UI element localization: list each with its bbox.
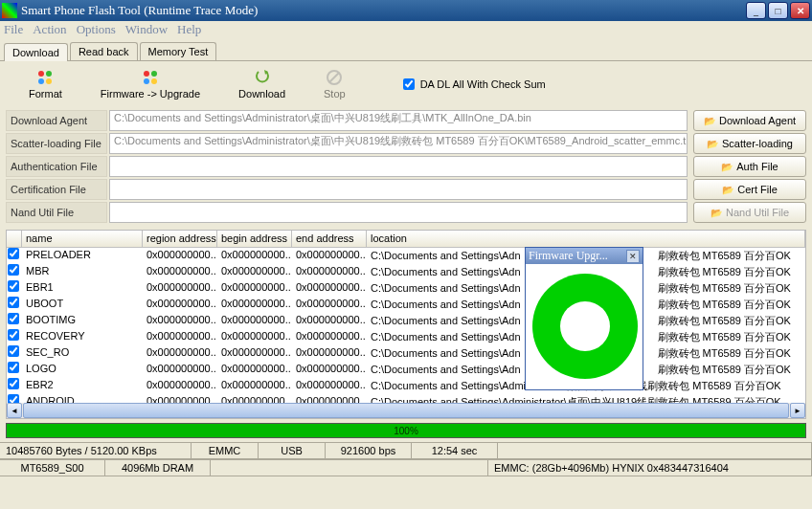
auth-button[interactable]: 📂Auth File	[693, 156, 806, 177]
da-button[interactable]: 📂Download Agent	[693, 110, 806, 131]
upgrade-icon	[142, 69, 159, 86]
cert-input[interactable]	[109, 179, 688, 200]
table-row[interactable]: LOGO0x000000000...0x000000000...0x000000…	[7, 362, 805, 378]
col-end[interactable]: end address	[292, 231, 367, 247]
progress-fill: 100%	[7, 424, 805, 437]
row-name: BOOTIMG	[22, 313, 143, 329]
svg-point-7	[151, 78, 157, 84]
minimize-button[interactable]: _	[746, 2, 766, 19]
row-checkbox[interactable]	[7, 345, 22, 362]
row-end: 0x000000000...	[292, 345, 367, 362]
file-area: Download Agent C:\Documents and Settings…	[0, 107, 812, 226]
file-row-auth: Authentication File 📂Auth File	[6, 155, 806, 178]
nand-label: Nand Util File	[6, 202, 107, 223]
maximize-button[interactable]: □	[768, 2, 788, 19]
file-row-scatter: Scatter-loading File C:\Documents and Se…	[6, 132, 806, 155]
app-icon	[2, 3, 17, 18]
row-begin: 0x000000000...	[217, 264, 292, 280]
popup-close-button[interactable]: ✕	[626, 250, 640, 263]
format-button[interactable]: Format	[29, 69, 62, 100]
format-label: Format	[29, 88, 62, 100]
menu-file[interactable]: File	[4, 22, 23, 37]
row-checkbox[interactable]	[7, 248, 22, 264]
status-emmc: EMMC: (28Gb+4096Mb) HYNIX 0x483447316404	[488, 460, 812, 476]
col-check[interactable]	[7, 231, 22, 247]
toolbar: Format Firmware -> Upgrade Download Stop…	[0, 61, 812, 107]
tab-readback[interactable]: Read back	[70, 42, 138, 60]
table-row[interactable]: PRELOADER0x000000000...0x000000000...0x0…	[7, 248, 805, 264]
cert-button[interactable]: 📂Cert File	[693, 179, 806, 200]
file-row-cert: Certification File 📂Cert File	[6, 178, 806, 201]
cert-label: Certification File	[6, 179, 107, 200]
menu-window[interactable]: Window	[125, 22, 168, 37]
row-checkbox[interactable]	[7, 362, 22, 378]
da-input[interactable]: C:\Documents and Settings\Administrator\…	[109, 110, 688, 131]
popup-title-text: Firmware Upgr...	[529, 249, 608, 263]
table-row[interactable]: EBR10x000000000...0x000000000...0x000000…	[7, 280, 805, 297]
row-region: 0x000000000...	[143, 264, 217, 280]
menu-action[interactable]: Action	[33, 22, 66, 37]
row-checkbox[interactable]	[7, 313, 22, 329]
col-region[interactable]: region address	[143, 231, 217, 247]
menu-help[interactable]: Help	[177, 22, 201, 37]
row-end: 0x000000000...	[292, 264, 367, 280]
popup-body	[526, 264, 643, 388]
row-name: LOGO	[22, 362, 143, 378]
h-scrollbar[interactable]: ◄ ►	[7, 403, 805, 418]
nand-button[interactable]: 📂Nand Util File	[693, 202, 806, 223]
folder-icon: 📂	[722, 185, 733, 195]
row-region: 0x000000000...	[143, 280, 217, 297]
download-icon	[254, 69, 271, 86]
row-region: 0x000000000...	[143, 362, 217, 378]
row-end: 0x000000000...	[292, 378, 367, 394]
folder-icon: 📂	[704, 116, 715, 126]
col-location[interactable]: location	[367, 231, 805, 247]
scroll-right-icon[interactable]: ►	[790, 403, 805, 418]
status-storage: EMMC	[192, 443, 259, 458]
svg-point-5	[151, 71, 157, 77]
col-begin[interactable]: begin address	[217, 231, 292, 247]
checksum-input[interactable]	[403, 78, 415, 90]
col-name[interactable]: name	[22, 231, 143, 247]
checksum-label: DA DL All With Check Sum	[420, 78, 546, 90]
row-checkbox[interactable]	[7, 280, 22, 297]
stop-label: Stop	[324, 88, 346, 100]
row-checkbox[interactable]	[7, 378, 22, 394]
popup-titlebar[interactable]: Firmware Upgr... ✕	[526, 248, 643, 264]
scatter-button[interactable]: 📂Scatter-loading	[693, 133, 806, 154]
row-checkbox[interactable]	[7, 264, 22, 280]
stop-button[interactable]: Stop	[324, 69, 346, 100]
table-row[interactable]: RECOVERY0x000000000...0x000000000...0x00…	[7, 329, 805, 345]
upgrade-button[interactable]: Firmware -> Upgrade	[101, 69, 200, 100]
tab-memorytest[interactable]: Memory Test	[140, 42, 217, 60]
scroll-thumb[interactable]	[23, 403, 789, 418]
auth-input[interactable]	[109, 156, 688, 177]
progress-bar: 100%	[6, 423, 806, 438]
table-row[interactable]: MBR0x000000000...0x000000000...0x0000000…	[7, 264, 805, 280]
table-row[interactable]: EBR20x000000000...0x000000000...0x000000…	[7, 378, 805, 394]
tab-download[interactable]: Download	[4, 43, 68, 61]
row-name: EBR1	[22, 280, 143, 297]
checksum-checkbox[interactable]: DA DL All With Check Sum	[403, 78, 546, 90]
row-name: UBOOT	[22, 297, 143, 313]
status-ram: 4096Mb DRAM	[105, 460, 211, 476]
status-row-2: MT6589_S00 4096Mb DRAM EMMC: (28Gb+4096M…	[0, 459, 812, 476]
table-row[interactable]: BOOTIMG0x000000000...0x000000000...0x000…	[7, 313, 805, 329]
download-button[interactable]: Download	[238, 69, 285, 100]
table-row[interactable]: UBOOT0x000000000...0x000000000...0x00000…	[7, 297, 805, 313]
row-checkbox[interactable]	[7, 329, 22, 345]
menu-options[interactable]: Options	[77, 22, 116, 37]
close-button[interactable]: ✕	[790, 2, 810, 19]
row-checkbox[interactable]	[7, 297, 22, 313]
scatter-input[interactable]: C:\Documents and Settings\Administrator\…	[109, 133, 688, 154]
firmware-popup: Firmware Upgr... ✕	[525, 247, 643, 390]
row-name: RECOVERY	[22, 329, 143, 345]
row-end: 0x000000000...	[292, 329, 367, 345]
row-end: 0x000000000...	[292, 280, 367, 297]
scroll-left-icon[interactable]: ◄	[7, 403, 22, 418]
table-row[interactable]: SEC_RO0x000000000...0x000000000...0x0000…	[7, 345, 805, 362]
status-empty	[498, 443, 812, 458]
table-header: name region address begin address end ad…	[7, 231, 805, 248]
nand-input[interactable]	[109, 202, 688, 223]
da-label: Download Agent	[6, 110, 107, 131]
